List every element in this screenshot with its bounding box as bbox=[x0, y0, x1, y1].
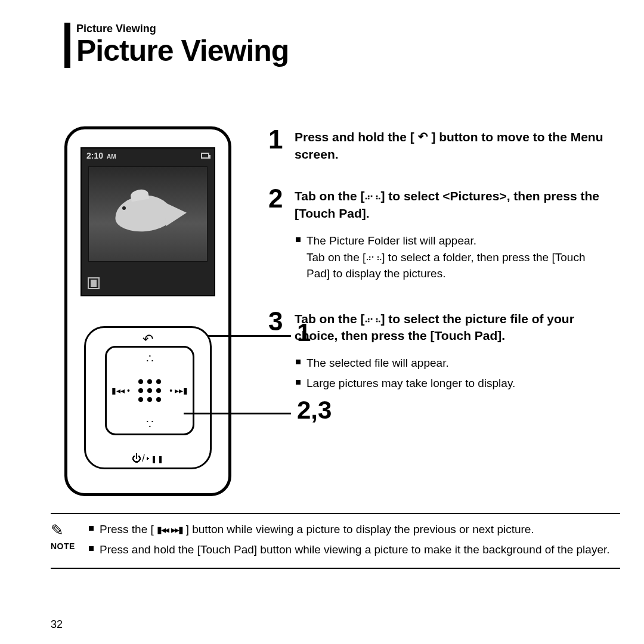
touch-pad: ∴ ∵ ▮◂◂ • • ▸▸▮ bbox=[105, 346, 194, 435]
step-sub-item: The selected file will appear. bbox=[295, 355, 608, 371]
step-number: 1 bbox=[268, 126, 295, 163]
note-label: NOTE bbox=[51, 541, 75, 551]
battery-icon bbox=[201, 153, 209, 159]
time-label: 2:10 AM bbox=[86, 151, 116, 160]
note-top-rule bbox=[51, 513, 620, 514]
power-play-icon: ⏻/▸❚❚ bbox=[132, 453, 163, 464]
note-item: Press and hold the [Touch Pad] button wh… bbox=[88, 541, 620, 558]
note-bottom-rule bbox=[51, 568, 620, 569]
pad-up-icon: ∴ bbox=[146, 351, 154, 366]
step-number: 3 bbox=[268, 308, 295, 395]
step-sub-item: Large pictures may take longer to displa… bbox=[295, 375, 608, 392]
page-number: 32 bbox=[51, 618, 63, 631]
note-item: Press the [ ▮◂◂ ▸▸▮ ] button while viewi… bbox=[88, 521, 620, 538]
page-title: Picture Viewing bbox=[76, 33, 289, 68]
bullet-icon bbox=[296, 237, 301, 242]
note-block: ✎ NOTE Press the [ ▮◂◂ ▸▸▮ ] button whil… bbox=[51, 515, 620, 561]
pad-down-icon: ∵ bbox=[146, 417, 154, 431]
step-text: Tab on the [⠴⠂⠦] to select the picture f… bbox=[295, 311, 608, 345]
step-text: Tab on the [⠴⠂⠦] to select <Pictures>, t… bbox=[295, 188, 608, 222]
photo-preview bbox=[88, 166, 208, 262]
updown-dots-icon: ⠴⠂⠦ bbox=[364, 191, 380, 203]
pad-center-icon bbox=[136, 377, 163, 404]
updown-dots-icon: ⠴⠂⠦ bbox=[364, 314, 380, 326]
prev-track-icon: ▮◂◂ bbox=[157, 525, 168, 535]
device-screen: 2:10 AM bbox=[80, 147, 215, 296]
step-sub-item: The Picture Folder list will appear. Tab… bbox=[295, 233, 608, 282]
next-track-icon: ▸▸▮ bbox=[171, 525, 182, 535]
step-1: 1 Press and hold the [ ↶ ] button to mov… bbox=[268, 126, 608, 163]
bullet-icon bbox=[296, 380, 301, 385]
pause-icon bbox=[88, 277, 100, 289]
device-illustration: 2:10 AM ↶ ∴ ∵ ▮◂◂ • • ▸▸▮ bbox=[64, 126, 243, 496]
back-icon: ↶ bbox=[418, 129, 428, 145]
step-number: 2 bbox=[268, 185, 295, 285]
pad-prev-icon: ▮◂◂ • bbox=[112, 386, 130, 395]
steps-list: 1 Press and hold the [ ↶ ] button to mov… bbox=[268, 126, 608, 417]
step-2: 2 Tab on the [⠴⠂⠦] to select <Pictures>,… bbox=[268, 185, 608, 285]
section-rule bbox=[64, 23, 70, 68]
note-icon: ✎ bbox=[51, 521, 64, 540]
bullet-icon bbox=[296, 360, 301, 364]
pad-next-icon: • ▸▸▮ bbox=[169, 386, 188, 395]
step-text: Press and hold the [ ↶ ] button to move … bbox=[295, 129, 608, 163]
bullet-icon bbox=[89, 526, 94, 531]
back-button-icon: ↶ bbox=[143, 332, 153, 347]
device-controls: ↶ ∴ ∵ ▮◂◂ • • ▸▸▮ ⏻/▸❚❚ bbox=[84, 326, 212, 469]
updown-dots-icon: ⠴⠂⠦ bbox=[366, 252, 382, 264]
bullet-icon bbox=[89, 546, 94, 551]
step-3: 3 Tab on the [⠴⠂⠦] to select the picture… bbox=[268, 308, 608, 395]
